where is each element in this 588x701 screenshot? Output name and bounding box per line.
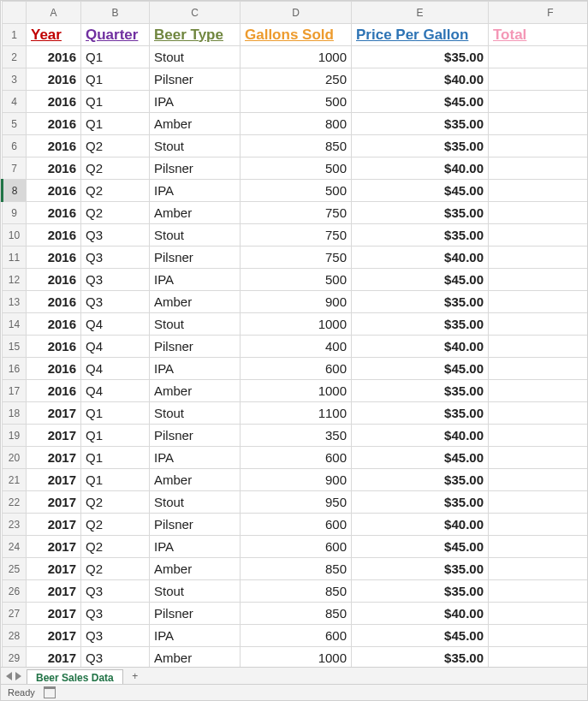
cell-year[interactable]: 2017 [27,491,81,514]
cell-price-per-gallon[interactable]: $45.00 [352,625,489,647]
cell-quarter[interactable]: Q2 [81,536,150,558]
cell-year[interactable]: 2017 [27,536,81,558]
row-header[interactable]: 13 [3,291,27,313]
cell-price-per-gallon[interactable]: $40.00 [352,425,489,447]
cell-total[interactable] [489,68,588,91]
cell-gallons-sold[interactable]: 500 [241,180,352,202]
cell-price-per-gallon[interactable]: $35.00 [352,647,489,668]
cell-gallons-sold[interactable]: 250 [241,68,352,91]
cell-total[interactable] [489,425,588,447]
cell-year[interactable]: 2016 [27,180,81,202]
cell-beer-type[interactable]: Amber [150,113,241,135]
cell-gallons-sold[interactable]: 1100 [241,402,352,425]
cell-gallons-sold[interactable]: 600 [241,625,352,647]
cell-year[interactable]: 2016 [27,202,81,224]
row-header[interactable]: 2 [3,46,27,68]
cell-beer-type[interactable]: Stout [150,135,241,157]
cell-price-per-gallon[interactable]: $45.00 [352,447,489,469]
cell-gallons-sold[interactable]: 500 [241,91,352,113]
cell-total[interactable] [489,491,588,514]
cell-year[interactable]: 2017 [27,402,81,425]
cell-beer-type[interactable]: Amber [150,558,241,580]
cell-year[interactable]: 2016 [27,380,81,402]
cell-total[interactable] [489,447,588,469]
cell-quarter[interactable]: Q4 [81,358,150,380]
cell-beer-type[interactable]: Stout [150,313,241,336]
cell-quarter[interactable]: Q3 [81,603,150,625]
cell-price-per-gallon[interactable]: $35.00 [352,469,489,491]
cell-year[interactable]: 2017 [27,425,81,447]
cell-quarter[interactable]: Q2 [81,514,150,536]
cell-gallons-sold[interactable]: 800 [241,113,352,135]
cell-year[interactable]: 2016 [27,135,81,157]
cell-gallons-sold[interactable]: 500 [241,269,352,291]
cell-price-per-gallon[interactable]: $40.00 [352,514,489,536]
cell-price-per-gallon[interactable]: $35.00 [352,113,489,135]
row-header[interactable]: 21 [3,469,27,491]
cell-price-per-gallon[interactable]: $35.00 [352,224,489,247]
col-header-D[interactable]: D [241,2,352,24]
cell-year[interactable]: 2017 [27,580,81,603]
row-header[interactable]: 18 [3,402,27,425]
col-header-A[interactable]: A [27,2,81,24]
cell-beer-type[interactable]: Amber [150,647,241,668]
cell-total[interactable] [489,224,588,247]
cell-beer-type[interactable]: Pilsner [150,157,241,180]
cell-gallons-sold[interactable]: 850 [241,580,352,603]
cell-price-per-gallon[interactable]: $45.00 [352,358,489,380]
cell-quarter[interactable]: Q1 [81,68,150,91]
cell-beer-type[interactable]: Amber [150,291,241,313]
cell-gallons-sold[interactable]: 500 [241,157,352,180]
cell-beer-type[interactable]: Stout [150,46,241,68]
cell-total[interactable] [489,247,588,269]
cell-price-per-gallon[interactable]: $35.00 [352,402,489,425]
cell-total[interactable] [489,336,588,358]
row-header[interactable]: 7 [3,157,27,180]
cell-beer-type[interactable]: IPA [150,536,241,558]
cell-beer-type[interactable]: Pilsner [150,336,241,358]
cell-price-per-gallon[interactable]: $35.00 [352,135,489,157]
row-header[interactable]: 25 [3,558,27,580]
cell-total[interactable] [489,358,588,380]
sheet-tab-active[interactable]: Beer Sales Data [27,669,123,686]
cell-year[interactable]: 2017 [27,447,81,469]
row-header[interactable]: 29 [3,647,27,668]
select-all-corner[interactable] [3,2,27,24]
header-cell-F[interactable]: Total [489,24,588,46]
header-cell-B[interactable]: Quarter [81,24,150,46]
cell-year[interactable]: 2016 [27,68,81,91]
cell-total[interactable] [489,46,588,68]
row-header[interactable]: 1 [3,24,27,46]
cell-beer-type[interactable]: Stout [150,491,241,514]
col-header-C[interactable]: C [150,2,241,24]
cell-quarter[interactable]: Q1 [81,113,150,135]
cell-total[interactable] [489,580,588,603]
cell-beer-type[interactable]: Pilsner [150,247,241,269]
header-cell-D[interactable]: Gallons Sold [241,24,352,46]
cell-beer-type[interactable]: IPA [150,91,241,113]
macro-record-icon[interactable] [44,686,56,698]
cell-total[interactable] [489,180,588,202]
cell-beer-type[interactable]: IPA [150,269,241,291]
cell-year[interactable]: 2016 [27,224,81,247]
cell-quarter[interactable]: Q2 [81,180,150,202]
cell-total[interactable] [489,625,588,647]
cell-gallons-sold[interactable]: 600 [241,536,352,558]
cell-price-per-gallon[interactable]: $40.00 [352,68,489,91]
cell-year[interactable]: 2017 [27,514,81,536]
cell-price-per-gallon[interactable]: $35.00 [352,558,489,580]
cell-gallons-sold[interactable]: 350 [241,425,352,447]
cell-beer-type[interactable]: Pilsner [150,514,241,536]
cell-price-per-gallon[interactable]: $45.00 [352,91,489,113]
cell-beer-type[interactable]: Pilsner [150,603,241,625]
cell-price-per-gallon[interactable]: $35.00 [352,46,489,68]
cell-year[interactable]: 2016 [27,91,81,113]
cell-price-per-gallon[interactable]: $35.00 [352,491,489,514]
cell-gallons-sold[interactable]: 850 [241,603,352,625]
cell-price-per-gallon[interactable]: $45.00 [352,180,489,202]
cell-beer-type[interactable]: Stout [150,402,241,425]
tab-prev-icon[interactable] [6,672,12,680]
cell-quarter[interactable]: Q1 [81,425,150,447]
cell-year[interactable]: 2016 [27,46,81,68]
cell-total[interactable] [489,536,588,558]
